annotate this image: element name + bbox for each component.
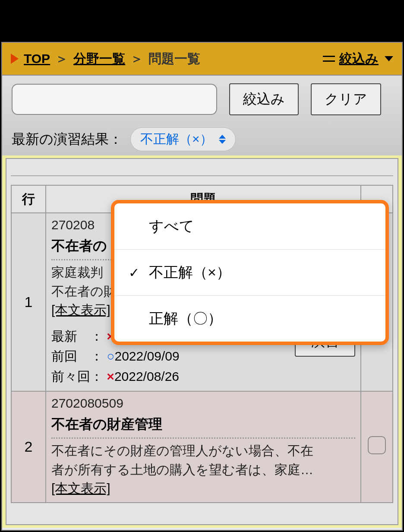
- show-full-text-link[interactable]: [本文表示]: [51, 481, 110, 495]
- option-label: すべて: [149, 216, 194, 236]
- chevron-right-icon: ＞: [130, 50, 143, 68]
- filter-toggle-label: 絞込み: [339, 50, 379, 68]
- breadcrumb: TOP ＞ 分野一覧 ＞ 問題一覧: [11, 50, 200, 68]
- filter-panel-toggle[interactable]: 絞込み: [323, 50, 393, 68]
- question-text: 不在者にその財産の管理人がない場合、不在 者が所有する土地の購入を望む者は、家庭…: [51, 441, 355, 498]
- filter-button[interactable]: 絞込み: [229, 83, 299, 115]
- table-row: 2 2702080509 不在者の財産管理 不在者にその財産の管理人がない場合、…: [11, 391, 393, 503]
- question-title: 不在者の財産管理: [51, 415, 355, 439]
- row-checkbox[interactable]: [368, 436, 386, 454]
- triangle-down-icon: [385, 56, 393, 61]
- dropdown-option-all[interactable]: すべて: [114, 203, 385, 250]
- result-filter-value: 不正解（×）: [140, 130, 213, 148]
- search-input[interactable]: [12, 84, 217, 115]
- row-number: 2: [11, 391, 46, 503]
- divider: [11, 175, 393, 176]
- play-icon: [11, 54, 19, 64]
- breadcrumb-category[interactable]: 分野一覧: [73, 50, 125, 68]
- dropdown-option-wrong[interactable]: ✓ 不正解（×）: [114, 250, 385, 296]
- dropdown-option-right[interactable]: 正解（〇）: [114, 296, 385, 342]
- show-full-text-link[interactable]: [本文表示]: [51, 303, 110, 317]
- updown-icon: [219, 135, 226, 144]
- right-mark-icon: ○: [107, 349, 114, 363]
- question-id: 2702080509: [51, 396, 355, 411]
- option-label: 正解（〇）: [149, 309, 222, 329]
- breadcrumb-current: 問題一覧: [148, 50, 200, 68]
- sliders-icon: [323, 53, 335, 65]
- wrong-mark-icon: ×: [107, 369, 114, 383]
- col-header-row: 行: [11, 185, 46, 213]
- result-filter-label: 最新の演習結果：: [12, 130, 123, 149]
- result-filter-dropdown: すべて ✓ 不正解（×） 正解（〇）: [111, 200, 389, 345]
- row-number: 1: [11, 213, 46, 391]
- question-cell: 2702080509 不在者の財産管理 不在者にその財産の管理人がない場合、不在…: [46, 391, 361, 503]
- app-window: TOP ＞ 分野一覧 ＞ 問題一覧 絞込み 絞込み クリア 最新の演習結果： 不…: [1, 42, 403, 531]
- chevron-right-icon: ＞: [55, 50, 68, 68]
- breadcrumb-top[interactable]: TOP: [24, 51, 50, 66]
- clear-button[interactable]: クリア: [311, 83, 381, 115]
- result-filter-select[interactable]: 不正解（×）: [130, 127, 236, 151]
- header-bar: TOP ＞ 分野一覧 ＞ 問題一覧 絞込み: [2, 43, 402, 76]
- filter-toolbar: 絞込み クリア 最新の演習結果： 不正解（×）: [2, 76, 402, 155]
- option-label: 不正解（×）: [149, 263, 231, 282]
- check-mark-icon: ✓: [126, 265, 141, 280]
